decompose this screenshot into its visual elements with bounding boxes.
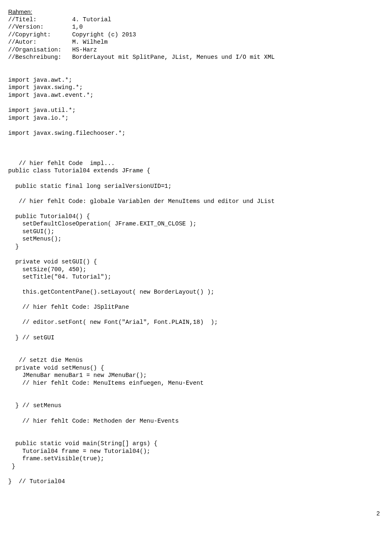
code-line: // hier fehlt Code: globale Variablen de… (8, 198, 384, 205)
code-line: setTitle("04. Tutorial"); (8, 273, 384, 281)
class-close: } // Tutorial04 (8, 478, 384, 486)
setgui-method: private void setGUI() { setSize(700, 450… (8, 258, 384, 341)
code-line: public Tutorial04() { (8, 213, 384, 221)
code-line: setSize(700, 450); (8, 266, 384, 274)
code-line: //Copyright: Copyright (c) 2013 (8, 31, 384, 39)
class-declaration: // hier fehlt Code impl... public class … (8, 160, 384, 175)
code-line: setGUI(); (8, 228, 384, 236)
code-line: } (8, 243, 384, 251)
code-line: //Organisation: HS-Harz (8, 46, 384, 54)
code-line: } // setMenus (8, 402, 384, 410)
code-line: public static final long serialVersionUI… (8, 183, 384, 190)
menu-events-todo: // hier fehlt Code: Methoden der Menu-Ev… (8, 417, 384, 425)
serial-version: public static final long serialVersionUI… (8, 183, 384, 190)
constructor-block: public Tutorial04() { setDefaultCloseOpe… (8, 213, 384, 251)
header-comment-block: //Titel: 4. Tutorial //Version: 1,0 //Co… (8, 16, 384, 61)
imports-block-3: import javax.swing.filechooser.*; (8, 129, 384, 137)
code-line: // setzt die Menüs (8, 357, 384, 364)
code-line: public static void main(String[] args) { (8, 440, 384, 448)
code-line: import java.awt.*; (8, 76, 384, 84)
globals-todo: // hier fehlt Code: globale Variablen de… (8, 198, 384, 205)
code-line: // hier fehlt Code: Methoden der Menu-Ev… (8, 417, 384, 425)
code-line: this.getContentPane().setLayout( new Bor… (8, 288, 384, 296)
code-line: import javax.swing.*; (8, 84, 384, 91)
code-line: Tutorial04 frame = new Tutorial04(); (8, 448, 384, 455)
code-line: } // Tutorial04 (8, 478, 384, 486)
code-line: } (8, 463, 384, 470)
code-line: frame.setVisible(true); (8, 455, 384, 463)
code-line: import java.awt.event.*; (8, 91, 384, 99)
code-line: //Beschreibung: BorderLayout mit SplitPa… (8, 53, 384, 61)
code-line: //Version: 1,0 (8, 23, 384, 31)
code-line: } // setGUI (8, 334, 384, 342)
code-line: //Titel: 4. Tutorial (8, 16, 384, 24)
code-line: private void setGUI() { (8, 258, 384, 266)
code-line: //Autor: M. Wilhelm (8, 38, 384, 46)
code-line: // hier fehlt Code impl... (8, 160, 384, 167)
setmenus-method: // setzt die Menüs private void setMenus… (8, 357, 384, 410)
code-line: // hier fehlt Code: JSplitPane (8, 303, 384, 311)
main-method: public static void main(String[] args) {… (8, 440, 384, 470)
imports-block-2: import java.util.*; import java.io.*; (8, 107, 384, 122)
imports-block-1: import java.awt.*; import javax.swing.*;… (8, 76, 384, 99)
code-line: // editor.setFont( new Font("Arial", Fon… (8, 319, 384, 326)
code-line: setDefaultCloseOperation( JFrame.EXIT_ON… (8, 220, 384, 228)
code-line: import java.util.*; (8, 107, 384, 114)
code-line: JMenuBar menuBar1 = new JMenuBar(); (8, 372, 384, 379)
code-line: public class Tutorial04 extends JFrame { (8, 167, 384, 175)
code-line: import java.io.*; (8, 114, 384, 122)
page-number: 2 (8, 510, 384, 517)
code-line: private void setMenus() { (8, 364, 384, 372)
section-heading: Rahmen: (8, 8, 384, 16)
code-line: setMenus(); (8, 235, 384, 243)
code-line: import javax.swing.filechooser.*; (8, 129, 384, 137)
code-line: // hier fehlt Code: MenuItems einfuegen,… (8, 379, 384, 387)
